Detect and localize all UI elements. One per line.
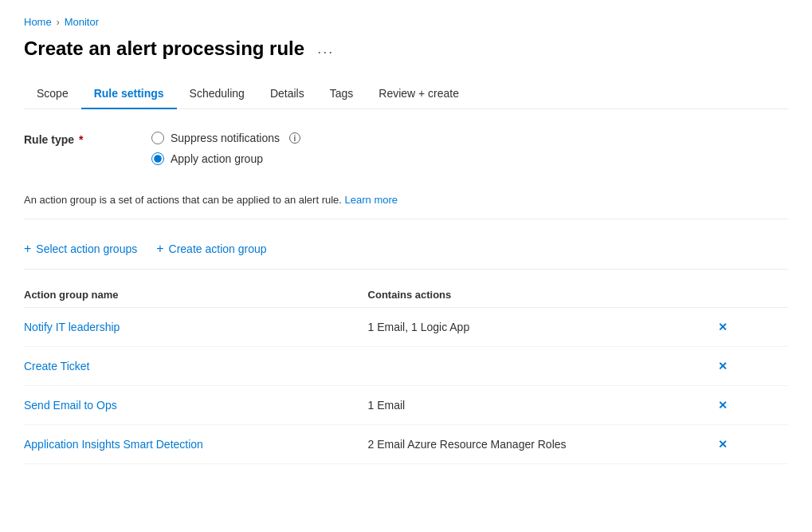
table-row: Create Ticket✕ — [24, 347, 788, 386]
action-groups-table: Action group name Contains actions Notif… — [24, 282, 788, 464]
rule-type-label: Rule type * — [24, 132, 151, 146]
tab-rule-settings[interactable]: Rule settings — [81, 79, 177, 109]
page-title: Create an alert processing rule — [24, 37, 304, 60]
x-icon: ✕ — [718, 438, 728, 451]
action-group-link[interactable]: Create Ticket — [24, 360, 89, 372]
table-cell-contains: 2 Email Azure Resource Manager Roles — [368, 425, 712, 464]
table-cell-contains — [368, 347, 712, 386]
table-cell-delete: ✕ — [712, 386, 788, 425]
table-cell-delete: ✕ — [712, 308, 788, 347]
ellipsis-button[interactable]: ... — [312, 39, 339, 59]
table-cell-contains: 1 Email — [368, 386, 712, 425]
table-header: Action group name Contains actions — [24, 282, 788, 308]
rule-type-radio-group: Suppress notifications i Apply action gr… — [151, 132, 300, 165]
radio-suppress-notifications[interactable]: Suppress notifications i — [151, 132, 300, 144]
info-icon[interactable]: i — [289, 132, 300, 144]
table-body: Notify IT leadership1 Email, 1 Logic App… — [24, 308, 788, 464]
action-group-link[interactable]: Notify IT leadership — [24, 321, 120, 333]
table-cell-name: Notify IT leadership — [24, 308, 368, 347]
tab-scope[interactable]: Scope — [24, 79, 81, 109]
rule-type-field-row: Rule type * Suppress notifications i App… — [24, 132, 788, 165]
breadcrumb-monitor[interactable]: Monitor — [65, 16, 99, 28]
radio-suppress-label: Suppress notifications — [171, 132, 280, 144]
create-action-group-button[interactable]: + Create action group — [156, 238, 266, 259]
tab-details[interactable]: Details — [257, 79, 317, 109]
tab-tags[interactable]: Tags — [317, 79, 367, 109]
col-header-name: Action group name — [24, 282, 368, 308]
tab-scheduling[interactable]: Scheduling — [177, 79, 257, 109]
table-cell-delete: ✕ — [712, 425, 788, 464]
table-header-row: Action group name Contains actions — [24, 282, 788, 308]
col-header-contains: Contains actions — [368, 282, 712, 308]
x-icon: ✕ — [718, 399, 728, 412]
breadcrumb-separator-1: › — [57, 17, 60, 28]
x-icon: ✕ — [718, 360, 728, 372]
radio-suppress-input[interactable] — [151, 132, 164, 144]
delete-row-button[interactable]: ✕ — [712, 396, 734, 415]
table-row: Send Email to Ops1 Email✕ — [24, 386, 788, 425]
table-row: Notify IT leadership1 Email, 1 Logic App… — [24, 308, 788, 347]
required-star: * — [76, 133, 83, 146]
plus-icon-select: + — [24, 242, 31, 256]
action-group-link[interactable]: Send Email to Ops — [24, 399, 117, 412]
tabs-nav: Scope Rule settings Scheduling Details T… — [24, 79, 788, 109]
delete-row-button[interactable]: ✕ — [712, 357, 734, 376]
table-cell-contains: 1 Email, 1 Logic App — [368, 308, 712, 347]
radio-apply-input[interactable] — [151, 152, 164, 165]
tab-review-create[interactable]: Review + create — [366, 79, 472, 109]
table-cell-name: Send Email to Ops — [24, 386, 368, 425]
delete-row-button[interactable]: ✕ — [712, 317, 734, 337]
radio-apply-action-group[interactable]: Apply action group — [151, 152, 300, 165]
rule-type-section: Rule type * Suppress notifications i App… — [24, 132, 788, 165]
table-row: Application Insights Smart Detection2 Em… — [24, 425, 788, 464]
delete-row-button[interactable]: ✕ — [712, 435, 734, 454]
breadcrumb: Home › Monitor — [24, 16, 788, 28]
table-cell-delete: ✕ — [712, 347, 788, 386]
action-bar: + Select action groups + Create action g… — [24, 238, 788, 270]
learn-more-link[interactable]: Learn more — [345, 194, 398, 206]
table-cell-name: Create Ticket — [24, 347, 368, 386]
x-icon: ✕ — [718, 321, 728, 333]
page-title-row: Create an alert processing rule ... — [24, 37, 788, 60]
radio-apply-label: Apply action group — [171, 152, 263, 165]
action-group-link[interactable]: Application Insights Smart Detection — [24, 438, 203, 451]
table-cell-name: Application Insights Smart Detection — [24, 425, 368, 464]
col-header-delete — [712, 282, 788, 308]
description-text: An action group is a set of actions that… — [24, 184, 788, 219]
plus-icon-create: + — [156, 242, 163, 256]
select-action-groups-button[interactable]: + Select action groups — [24, 238, 137, 259]
breadcrumb-home[interactable]: Home — [24, 16, 52, 28]
